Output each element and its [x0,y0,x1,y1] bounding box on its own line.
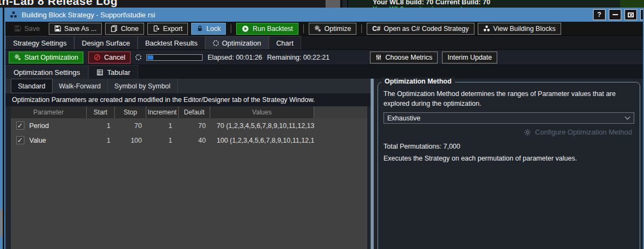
cell-increment: 1 [146,137,179,144]
header-default[interactable]: Default [179,106,210,118]
table-header-row[interactable]: Parameter Start Stop Increment Default V… [11,106,367,118]
optimization-method-groupbox: Optimization Method The Optimization Met… [378,82,640,249]
minimize-button[interactable] [609,9,621,20]
tab-walk-forward[interactable]: Walk-Forward [53,79,108,93]
parameters-pane: Standard Walk-Forward Symbol by Symbol O… [5,79,370,249]
background-scrollbar-thumb[interactable] [326,0,340,8]
lock-icon [197,25,203,32]
cell-values: 100 (1,2,3,4,5,6,7,8,9,10,11,12,13,14... [210,137,314,144]
background-left-scrollbar[interactable] [0,8,3,249]
close-button[interactable]: ✕ [640,9,644,20]
parameters-table: Parameter Start Stop Increment Default V… [11,106,367,249]
save-button[interactable]: Save [9,23,45,35]
method-description: The Optimization Method determines the r… [383,89,634,108]
titlebar[interactable]: Building Block Strategy - Support\studie… [5,8,643,22]
progress-bar [146,54,203,61]
save-as-button[interactable]: Save As ... [49,23,102,35]
info-text: Optimization Parameters are created and … [5,93,370,106]
background-green-corner [620,0,644,8]
header-values[interactable]: Values [210,106,314,118]
chevron-down-icon [625,114,630,120]
open-csharp-button[interactable]: C# Open as C# Coded Strategy [367,23,474,35]
cell-values: 70 (1,2,3,4,5,6,7,8,9,10,11,12,13,14,... [210,122,314,130]
cancel-button[interactable]: Cancel [88,52,131,63]
view-building-blocks-button[interactable]: View Building Blocks [478,23,561,35]
header-start[interactable]: Start [87,106,115,118]
background-window-strip: th-Lab 8 Release Log Your WL8 build: 70 … [0,0,644,8]
table-icon [96,69,103,76]
save-icon [14,25,21,32]
toolbar: Save Save As ... Clone Export Lock Run B… [5,22,643,36]
settings-tab-bar: Standard Walk-Forward Symbol by Symbol [5,79,370,93]
tab-backtest-results[interactable]: Backtest Results [138,36,205,49]
tab-strategy-settings[interactable]: Strategy Settings [5,36,74,49]
gears-icon [314,25,321,32]
run-backtest-button[interactable]: Run Backtest [236,23,298,35]
restore-icon [628,12,634,17]
optimization-control-bar: Start Optimization Cancel Elapsed: 00:01… [5,50,643,65]
execute-note-text: Executes the Strategy on each permutatio… [383,155,634,162]
restore-button[interactable] [625,9,637,20]
cell-default: 70 [179,122,210,130]
minimize-icon [613,14,618,15]
gear-icon [524,129,531,136]
elapsed-text: Elapsed: 00:01:26 [207,54,262,61]
tab-chart[interactable]: Chart [269,36,301,49]
view-tab-bar: Optimization Settings Tabular [5,65,643,79]
method-dropdown[interactable]: Exhaustive [383,112,634,124]
cancel-icon [94,54,101,61]
tab-symbol-by-symbol[interactable]: Symbol by Symbol [108,79,178,93]
clone-button[interactable]: Clone [105,23,144,35]
run-icon [242,25,249,33]
strategy-window: Building Block Strategy - Support\studie… [4,8,644,249]
table-row[interactable]: ✓ Period 1 70 1 70 70 (1,2,3,4,5,6,7,8,9… [11,118,367,133]
remaining-text: Remaining: 00:22:21 [267,54,329,61]
cell-default: 40 [179,137,210,144]
toolbar-separator [361,24,362,33]
header-parameter[interactable]: Parameter [11,106,87,118]
blocks-icon [483,25,490,32]
row-checkbox[interactable]: ✓ [16,136,24,144]
cell-parameter: Period [29,122,87,130]
building-blocks-icon [10,11,17,18]
main-tab-bar: Strategy Settings Design Surface Backtes… [5,36,643,50]
background-left-scrollbar-thumb[interactable] [0,209,3,236]
start-optimization-button[interactable]: Start Optimization [9,52,83,63]
progress-fill [147,55,153,60]
tab-optimization[interactable]: Optimization [205,36,269,49]
gears-icon [14,54,21,61]
toolbar-separator [231,24,231,33]
release-log-title: th-Lab 8 Release Log [0,0,118,8]
header-extra [314,106,367,118]
help-button[interactable]: ? [593,9,606,20]
total-permutations-text: Total Permutations: 7,000 [383,143,634,150]
method-dropdown-value: Exhaustive [387,114,420,122]
export-button[interactable]: Export [147,23,188,35]
save-as-icon [54,25,61,32]
busy-spinner-icon [135,54,141,60]
header-stop[interactable]: Stop [115,106,146,118]
tab-design-surface[interactable]: Design Surface [74,36,138,49]
cell-stop: 100 [115,137,146,144]
spinner-icon [213,40,219,46]
cell-start: 1 [87,122,115,130]
clone-icon [110,25,118,32]
tab-standard[interactable]: Standard [11,79,53,93]
window-title: Building Block Strategy - Support\studie… [22,11,155,19]
cell-increment: 1 [146,122,179,130]
interim-update-button[interactable]: Interim Update [442,52,497,63]
table-row[interactable]: ✓ Value 1 100 1 40 100 (1,2,3,4,5,6,7,8,… [11,133,367,148]
optimize-button[interactable]: Optimize [309,23,356,35]
tab-tabular[interactable]: Tabular [88,65,139,79]
configure-method-button[interactable]: Configure Optimization Method [522,127,634,137]
cell-start: 1 [87,137,115,144]
release-log-content: Your WL8 build: 70 Current Build: 70 You… [348,0,644,8]
groupbox-title: Optimization Method [381,78,455,85]
tab-optimization-settings[interactable]: Optimization Settings [5,65,88,79]
choose-metrics-button[interactable]: Choose Metrics [370,52,438,63]
row-checkbox[interactable]: ✓ [16,122,24,130]
background-window-edge [341,0,348,8]
lock-button[interactable]: Lock [191,23,226,35]
sliders-icon [375,54,382,61]
header-increment[interactable]: Increment [146,106,179,118]
